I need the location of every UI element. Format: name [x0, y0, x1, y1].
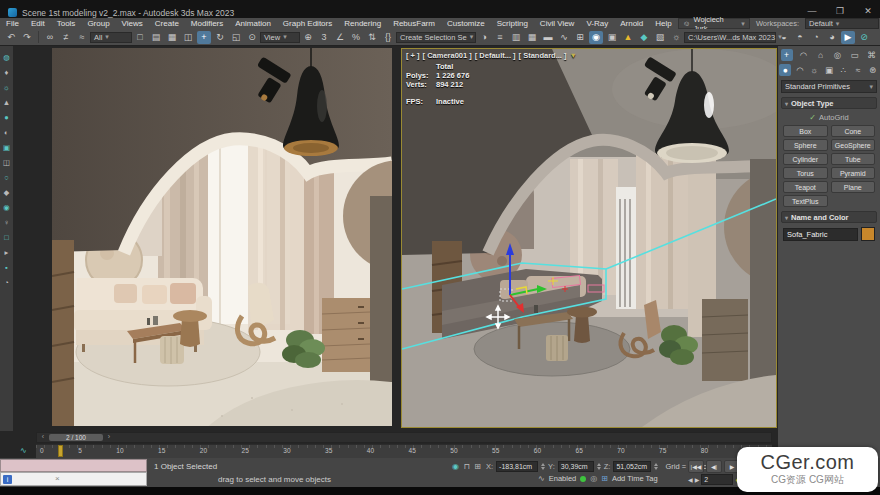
maximize-button[interactable]: ❐	[834, 6, 846, 16]
teapot-button[interactable]: Teapot	[783, 181, 828, 193]
object-name-field[interactable]: Sofa_Fabric	[783, 228, 858, 241]
sphere-button[interactable]: Sphere	[783, 139, 828, 151]
selection-filter-dropdown[interactable]: All	[90, 32, 132, 43]
vray-toolbar-icon[interactable]: ◐	[4, 125, 9, 140]
vray-toolbar-icon[interactable]: ●	[4, 110, 9, 125]
camera-viewport[interactable]: [ + ][ Camera001 ][ Default... ][ Standa…	[401, 48, 777, 428]
object-color-swatch[interactable]	[861, 227, 875, 241]
mirror-icon[interactable]: ◑	[477, 31, 491, 44]
render-preset-a-icon[interactable]: ◒	[777, 31, 791, 44]
drawer-cabinet[interactable]	[702, 299, 748, 381]
menu-item[interactable]: Graph Editors	[277, 18, 338, 29]
menu-item[interactable]: Group	[81, 18, 115, 29]
select-and-link-icon[interactable]: ∞	[43, 31, 57, 44]
vray-toolbar-icon[interactable]: □	[4, 230, 9, 245]
track-bar[interactable]: 0510152025303540455055606570758085	[36, 444, 772, 458]
name-and-color-rollout[interactable]: Name and Color	[781, 211, 877, 223]
x-coordinate-field[interactable]: -183,81cm	[496, 461, 538, 472]
cat-shapes[interactable]: ◠	[794, 64, 806, 76]
use-pivot-center-icon[interactable]: ⊕	[301, 31, 315, 44]
tab-hierarchy[interactable]: ⌂	[815, 49, 827, 61]
selection-region-icon[interactable]: ▦	[165, 31, 179, 44]
angle-snap-icon[interactable]: ∠	[333, 31, 347, 44]
add-time-tag[interactable]: Add Time Tag	[612, 474, 658, 483]
curve-editor-icon[interactable]: ∿	[557, 31, 571, 44]
anim-mode-icon[interactable]: ∿	[538, 474, 545, 483]
snaps-toggle-icon[interactable]: 3	[317, 31, 331, 44]
scene-explorer-icon[interactable]: ▥	[509, 31, 523, 44]
menu-item[interactable]: Create	[149, 18, 185, 29]
z-coordinate-field[interactable]: 51,052cm	[613, 461, 651, 472]
menu-item[interactable]: Customize	[441, 18, 491, 29]
plane-button[interactable]: Plane	[831, 181, 876, 193]
warning-icon[interactable]: ▲	[621, 31, 635, 44]
cat-systems[interactable]: ⊛	[867, 64, 879, 76]
tube-button[interactable]: Tube	[831, 153, 876, 165]
cone-button[interactable]: Cone	[831, 125, 876, 137]
y-coordinate-field[interactable]: 30,39cm	[558, 461, 594, 472]
render-setup-icon[interactable]: ▣	[605, 31, 619, 44]
user-account-button[interactable]: ☺ Wojciech Jurk...	[678, 18, 750, 29]
select-object-icon[interactable]: □	[133, 31, 147, 44]
layer-explorer-icon[interactable]: ▦	[525, 31, 539, 44]
frame-back-icon[interactable]: ◀	[688, 476, 693, 483]
time-slider[interactable]: ‹ 2 / 100 ›	[36, 432, 772, 443]
render-iterative-icon[interactable]: ⊘	[857, 31, 871, 44]
select-and-rotate-icon[interactable]: ↻	[213, 31, 227, 44]
tab-motion[interactable]: ◎	[832, 49, 844, 61]
previous-key-arrow[interactable]: ‹	[39, 433, 47, 440]
current-frame-field[interactable]: 2	[701, 474, 733, 485]
material-editor-icon[interactable]: ◉	[589, 31, 603, 44]
torus-button[interactable]: Torus	[783, 167, 828, 179]
vray-toolbar-icon[interactable]: ▲	[3, 95, 10, 110]
previous-frame-button[interactable]: ◀|	[706, 460, 722, 473]
primitives-category-dropdown[interactable]: Standard Primitives	[781, 80, 877, 93]
render-preset-b-icon[interactable]: ◓	[793, 31, 807, 44]
vray-toolbar-icon[interactable]: ▪	[5, 260, 8, 275]
vray-toolbar-icon[interactable]: ◔	[4, 275, 9, 290]
workspace-dropdown[interactable]: Default	[805, 18, 879, 29]
ribbon-toggle-icon[interactable]: ▬	[541, 31, 555, 44]
viewport-filter-icon[interactable]: ▼	[570, 51, 577, 60]
menu-item[interactable]: Animation	[229, 18, 277, 29]
vray-toolbar-icon[interactable]: ◆	[4, 185, 10, 200]
menu-item[interactable]: Arnold	[614, 18, 649, 29]
menu-item[interactable]: Edit	[25, 18, 51, 29]
vray-toolbar-icon[interactable]: ◍	[3, 50, 10, 65]
cat-space-warps[interactable]: ≈	[852, 64, 864, 76]
minimize-button[interactable]: —	[806, 6, 818, 16]
mini-curve-toggle-icon[interactable]: ∿	[20, 446, 27, 455]
object-type-rollout[interactable]: Object Type	[781, 97, 877, 109]
geosphere-button[interactable]: GeoSphere	[831, 139, 876, 151]
menu-item[interactable]: Scripting	[491, 18, 534, 29]
vray-toolbar-icon[interactable]: ☼	[3, 80, 10, 95]
percent-snap-icon[interactable]: %	[349, 31, 363, 44]
set-key-icon[interactable]: ◎	[590, 474, 597, 483]
render-production-icon[interactable]: ▶	[841, 31, 855, 44]
tab-utilities[interactable]: ⌘	[866, 49, 878, 61]
close-icon[interactable]: ×	[55, 474, 60, 483]
spinner-snap-icon[interactable]: ⇅	[365, 31, 379, 44]
select-by-name-icon[interactable]: ▤	[149, 31, 163, 44]
go-to-start-button[interactable]: |◀◀	[688, 460, 704, 473]
menu-item[interactable]: V-Ray	[580, 18, 614, 29]
box-button[interactable]: Box	[783, 125, 828, 137]
menu-item[interactable]: Civil View	[534, 18, 581, 29]
menu-item[interactable]: RebusFarm	[387, 18, 441, 29]
named-selection-sets-dropdown[interactable]: Create Selection Se	[396, 32, 476, 43]
cat-lights[interactable]: ☼	[808, 64, 820, 76]
align-icon[interactable]: ≡	[493, 31, 507, 44]
pyramid-button[interactable]: Pyramid	[831, 167, 876, 179]
viewport-general-menu[interactable]: [ + ]	[406, 51, 420, 60]
vray-toolbar-icon[interactable]: ○	[4, 170, 9, 185]
viewport-pov-menu[interactable]: [ Camera001 ]	[423, 51, 472, 60]
viewport-label[interactable]: [ + ][ Camera001 ][ Default... ][ Standa…	[406, 51, 577, 60]
cat-helpers[interactable]: ∴	[838, 64, 850, 76]
light-lister-icon[interactable]: ☼	[669, 31, 683, 44]
vray-quick-settings-icon[interactable]: ◆	[637, 31, 651, 44]
isolate-selection-icon[interactable]: ◉	[450, 462, 461, 471]
vray-toolbar-icon[interactable]: ♀	[4, 215, 10, 230]
cat-geometry[interactable]: ●	[779, 64, 791, 76]
viewport-style-menu[interactable]: [ Standard... ]	[519, 51, 567, 60]
vray-toolbar-icon[interactable]: ▸	[5, 245, 9, 260]
